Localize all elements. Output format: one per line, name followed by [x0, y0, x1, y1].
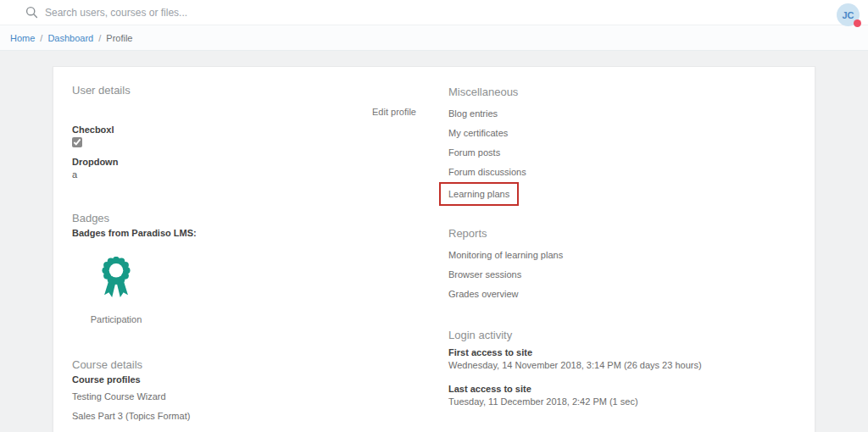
- breadcrumb-home[interactable]: Home: [10, 33, 35, 43]
- list-item: Monitoring of learning plans: [448, 247, 796, 262]
- breadcrumb-current-profile: Profile: [106, 33, 132, 43]
- link-blog-entries[interactable]: Blog entries: [448, 108, 498, 120]
- profile-card: User details Edit profile Checboxl Dropd…: [53, 66, 815, 432]
- list-item: Blog entries: [448, 106, 796, 120]
- profile-right-column: Miscellaneous Blog entries My certificat…: [448, 84, 796, 428]
- badges-title: Badges: [72, 212, 416, 224]
- dropdown-field-value: a: [72, 169, 416, 180]
- first-access-entry: First access to site Wednesday, 14 Novem…: [448, 347, 796, 370]
- red-highlight-box: Learning plans: [439, 182, 519, 206]
- search-input[interactable]: [45, 7, 401, 19]
- user-details-title: User details: [72, 84, 416, 97]
- course-list: Testing Course Wizard Sales Part 3 (Topi…: [72, 389, 416, 423]
- link-grades-overview[interactable]: Grades overview: [448, 288, 519, 301]
- list-item: Sales Part 3 (Topics Format): [72, 408, 416, 423]
- first-access-value: Wednesday, 14 November 2018, 3:14 PM (26…: [448, 360, 796, 370]
- badge-name: Participation: [72, 314, 160, 324]
- edit-profile-row: Edit profile: [72, 103, 416, 119]
- reports-title: Reports: [448, 227, 796, 240]
- edit-profile-link[interactable]: Edit profile: [372, 107, 416, 117]
- list-item: Browser sessions: [448, 267, 796, 281]
- list-item: Forum posts: [448, 145, 796, 159]
- breadcrumb-dashboard[interactable]: Dashboard: [47, 33, 93, 43]
- breadcrumb-separator: /: [40, 33, 42, 43]
- badges-section: Badges Badges from Paradiso LMS:: [72, 212, 416, 326]
- list-item: Testing Course Wizard: [72, 389, 416, 403]
- first-access-label: First access to site: [448, 347, 796, 357]
- list-item: Learning plans: [448, 184, 796, 206]
- top-bar: JC: [0, 0, 868, 25]
- login-activity-title: Login activity: [448, 329, 796, 341]
- link-browser-sessions[interactable]: Browser sessions: [448, 269, 521, 281]
- miscellaneous-title: Miscellaneous: [448, 86, 796, 98]
- list-item: My certificates: [448, 125, 796, 140]
- checkbox-field-input[interactable]: [72, 137, 82, 147]
- dropdown-field: Dropdown a: [72, 157, 416, 180]
- notification-dot: [854, 19, 861, 27]
- award-ribbon-icon: [99, 287, 133, 302]
- breadcrumb-separator: /: [98, 33, 101, 43]
- profile-left-column: User details Edit profile Checboxl Dropd…: [72, 84, 416, 428]
- list-item: Forum discussions: [448, 164, 796, 179]
- reports-section: Reports Monitoring of learning plans Bro…: [448, 227, 796, 301]
- login-activity-section: Login activity First access to site Wedn…: [448, 329, 796, 407]
- breadcrumb: Home / Dashboard / Profile: [0, 25, 868, 51]
- badges-subtitle: Badges from Paradiso LMS:: [72, 228, 416, 238]
- checkbox-field: Checboxl: [72, 125, 416, 151]
- last-access-entry: Last access to site Tuesday, 11 December…: [448, 384, 796, 407]
- main-area: User details Edit profile Checboxl Dropd…: [0, 51, 868, 432]
- link-my-certificates[interactable]: My certificates: [448, 127, 508, 140]
- global-search[interactable]: [25, 6, 868, 19]
- miscellaneous-section: Miscellaneous Blog entries My certificat…: [448, 86, 796, 206]
- checkbox-field-label: Checboxl: [72, 125, 416, 135]
- course-details-title: Course details: [72, 358, 416, 371]
- course-details-section: Course details Course profiles Testing C…: [72, 358, 416, 423]
- last-access-label: Last access to site: [448, 384, 796, 394]
- user-avatar[interactable]: JC: [837, 3, 860, 26]
- badge-participation[interactable]: Participation: [72, 257, 160, 324]
- search-icon: [25, 6, 38, 19]
- link-learning-plans[interactable]: Learning plans: [448, 188, 509, 201]
- user-details-section: User details Edit profile Checboxl Dropd…: [72, 84, 416, 180]
- link-forum-posts[interactable]: Forum posts: [448, 147, 500, 159]
- course-link-testing-course-wizard[interactable]: Testing Course Wizard: [72, 390, 166, 403]
- last-access-value: Tuesday, 11 December 2018, 2:42 PM (1 se…: [448, 396, 796, 407]
- dropdown-field-label: Dropdown: [72, 157, 416, 167]
- list-item: Grades overview: [448, 286, 796, 301]
- miscellaneous-links: Blog entries My certificates Forum posts…: [448, 106, 796, 206]
- link-monitoring-of-learning-plans[interactable]: Monitoring of learning plans: [448, 249, 563, 262]
- course-link-sales-part-3[interactable]: Sales Part 3 (Topics Format): [72, 410, 190, 423]
- reports-links: Monitoring of learning plans Browser ses…: [448, 247, 796, 301]
- course-profiles-label: Course profiles: [72, 374, 416, 385]
- link-forum-discussions[interactable]: Forum discussions: [448, 166, 526, 179]
